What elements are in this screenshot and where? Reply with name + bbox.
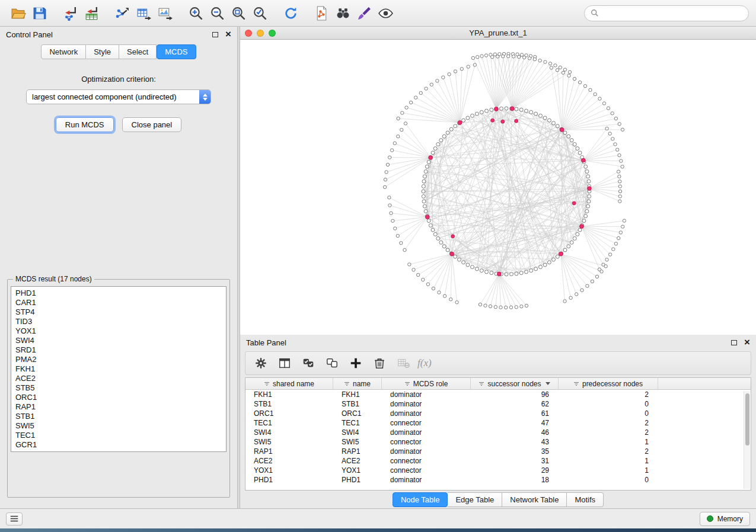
zoom-in-icon — [188, 5, 204, 21]
mcds-result-item[interactable]: RAP1 — [15, 402, 222, 412]
table-cell: SWI4 — [245, 428, 333, 437]
tab-network-table[interactable]: Network Table — [502, 492, 567, 507]
function-builder-button[interactable]: f(x) — [417, 354, 432, 373]
mcds-result-item[interactable]: GCR1 — [15, 440, 222, 450]
column-header-mcds-role[interactable]: MCDS role — [382, 378, 471, 389]
table-cell: ORC1 — [245, 409, 333, 418]
zoom-out-button[interactable] — [206, 2, 228, 24]
show-graphics-button[interactable] — [375, 2, 396, 24]
column-header-predecessor-nodes[interactable]: predecessor nodes — [559, 378, 658, 389]
show-columns-button[interactable] — [275, 354, 294, 373]
optimization-select[interactable]: largest connected component (undirected) — [26, 89, 211, 104]
column-header-shared-name[interactable]: shared name — [245, 378, 333, 389]
table-cell: connector — [382, 466, 471, 475]
tab-select[interactable]: Select — [119, 44, 157, 59]
mcds-result-item[interactable]: TID3 — [15, 317, 222, 326]
zoom-selected-button[interactable] — [249, 2, 270, 24]
save-session-button[interactable] — [28, 2, 50, 24]
column-header-successor-nodes[interactable]: successor nodes — [471, 378, 559, 389]
apply-layout-button[interactable] — [280, 2, 301, 24]
close-panel-icon[interactable]: × — [225, 31, 231, 38]
table-settings-button[interactable] — [251, 354, 270, 373]
find-button[interactable] — [332, 2, 353, 24]
zoom-in-button[interactable] — [185, 2, 206, 24]
tab-node-table[interactable]: Node Table — [393, 492, 448, 507]
mcds-result-item[interactable]: STP4 — [15, 307, 222, 317]
table-scrollbar-track[interactable] — [744, 391, 750, 489]
fx-icon: f(x) — [417, 357, 432, 369]
select-all-columns-button[interactable] — [299, 354, 318, 373]
mcds-result-item[interactable]: SRD1 — [15, 345, 222, 355]
import-table-button[interactable] — [81, 2, 102, 24]
desktop-wallpaper-strip — [0, 528, 756, 532]
network-canvas[interactable] — [240, 40, 756, 335]
network-graph[interactable] — [240, 40, 756, 335]
mcds-result-item[interactable]: SWI5 — [15, 421, 222, 431]
unselect-all-columns-button[interactable] — [323, 354, 342, 373]
mcds-result-item[interactable]: ACE2 — [15, 374, 222, 383]
select-stepper-icon — [199, 90, 210, 104]
open-folder-icon — [10, 5, 26, 21]
mcds-result-item[interactable]: ORC1 — [15, 393, 222, 402]
close-table-panel-icon[interactable]: × — [744, 339, 750, 346]
table-row[interactable]: SWI4SWI4dominator462 — [245, 428, 751, 437]
mcds-result-item[interactable]: FKH1 — [15, 364, 222, 374]
table-row[interactable]: STB1STB1dominator620 — [245, 399, 751, 409]
tab-motifs[interactable]: Motifs — [567, 492, 604, 507]
table-cell: 62 — [471, 400, 559, 408]
mcds-result-item[interactable]: PHD1 — [15, 289, 222, 298]
tab-network[interactable]: Network — [41, 44, 86, 59]
mcds-result-list[interactable]: PHD1CAR1STP4TID3YOX1SWI4SRD1PMA2FKH1ACE2… — [11, 286, 227, 452]
memory-button[interactable]: Memory — [700, 512, 750, 526]
table-cell: RAP1 — [245, 447, 333, 456]
open-session-button[interactable] — [7, 2, 28, 24]
table-row[interactable]: YOX1YOX1connector291 — [245, 466, 751, 475]
table-row[interactable]: ACE2ACE2connector311 — [245, 456, 751, 466]
tab-mcds[interactable]: MCDS — [157, 44, 196, 59]
table-row[interactable]: PHD1PHD1dominator180 — [245, 475, 751, 485]
table-row[interactable]: TEC1TEC1connector472 — [245, 418, 751, 428]
mcds-result-item[interactable]: STB1 — [15, 412, 222, 421]
mcds-result-item[interactable]: TEC1 — [15, 431, 222, 440]
search-box[interactable] — [584, 5, 749, 21]
style-button[interactable] — [353, 2, 375, 24]
column-header-name[interactable]: name — [333, 378, 382, 389]
mcds-result-item[interactable]: STB5 — [15, 383, 222, 393]
zoom-fit-icon — [231, 5, 247, 21]
mcds-result-item[interactable]: PMA2 — [15, 355, 222, 364]
export-image-icon — [157, 5, 173, 21]
close-window-icon[interactable] — [245, 30, 252, 37]
mcds-result-item[interactable]: YOX1 — [15, 326, 222, 336]
mcds-result-item[interactable]: SWI4 — [15, 336, 222, 345]
zoom-fit-button[interactable] — [228, 2, 249, 24]
export-image-button[interactable] — [154, 2, 176, 24]
import-network-button[interactable] — [59, 2, 81, 24]
table-cell: 35 — [471, 447, 559, 456]
add-column-button[interactable] — [346, 354, 365, 373]
control-panel-tabs: Network Style Select MCDS — [0, 44, 237, 59]
search-icon — [591, 9, 599, 17]
table-row[interactable]: ORC1ORC1dominator610 — [245, 409, 751, 418]
node-table: shared name name MCDS role successo — [245, 377, 751, 491]
tab-edge-table[interactable]: Edge Table — [448, 492, 502, 507]
import-table-icon — [84, 5, 100, 21]
sort-icon — [404, 381, 410, 387]
export-network-button[interactable] — [111, 2, 133, 24]
search-input[interactable] — [602, 9, 742, 18]
float-panel-icon[interactable] — [212, 32, 218, 37]
tab-style[interactable]: Style — [86, 44, 119, 59]
maximize-window-icon[interactable] — [269, 30, 276, 37]
table-row[interactable]: SWI5SWI5connector431 — [245, 437, 751, 447]
table-scrollbar-thumb[interactable] — [745, 393, 749, 446]
clone-network-button[interactable] — [311, 2, 332, 24]
mcds-result-item[interactable]: CAR1 — [15, 298, 222, 307]
table-row[interactable]: FKH1FKH1dominator962 — [245, 390, 751, 399]
float-table-panel-icon[interactable] — [731, 340, 737, 345]
run-mcds-button[interactable]: Run MCDS — [56, 117, 114, 132]
export-table-button[interactable] — [133, 2, 154, 24]
close-panel-button[interactable]: Close panel — [122, 117, 182, 132]
status-menu-button[interactable] — [6, 512, 23, 525]
table-row[interactable]: RAP1RAP1dominator352 — [245, 447, 751, 456]
delete-column-button[interactable] — [370, 354, 389, 373]
minimize-window-icon[interactable] — [257, 30, 264, 37]
